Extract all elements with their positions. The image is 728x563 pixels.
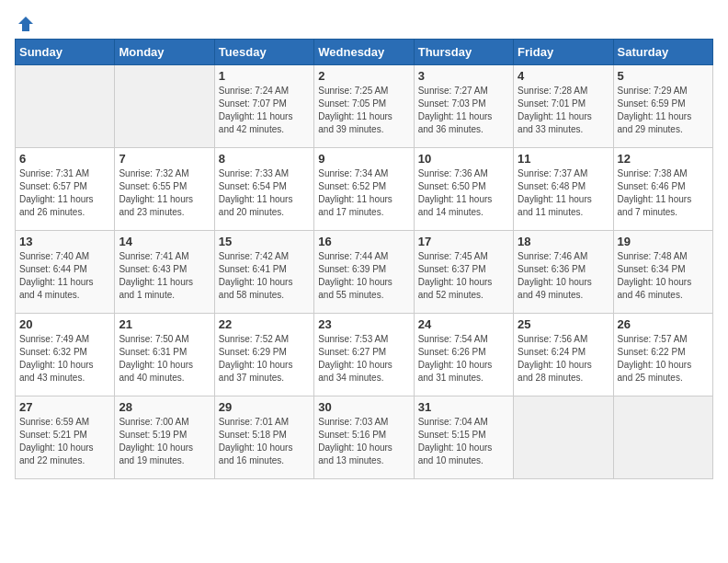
sunset-text: Sunset: 6:31 PM [119, 347, 187, 357]
day-number: 8 [219, 152, 310, 166]
calendar-day-cell: 18 Sunrise: 7:46 AM Sunset: 6:36 PM Dayl… [514, 231, 613, 314]
calendar-day-cell: 25 Sunrise: 7:56 AM Sunset: 6:24 PM Dayl… [514, 314, 613, 396]
day-of-week-header: Thursday [414, 40, 513, 65]
daylight-text: Daylight: 10 hours and 46 minutes. [618, 277, 692, 300]
daylight-text: Daylight: 11 hours and 36 minutes. [418, 111, 493, 134]
daylight-text: Daylight: 10 hours and 37 minutes. [219, 360, 293, 383]
day-info: Sunrise: 7:34 AM Sunset: 6:52 PM Dayligh… [318, 167, 409, 219]
sunset-text: Sunset: 6:24 PM [518, 347, 586, 357]
calendar-day-cell [16, 65, 115, 148]
day-number: 12 [618, 152, 709, 166]
day-number: 19 [618, 235, 709, 248]
calendar-day-cell: 12 Sunrise: 7:38 AM Sunset: 6:46 PM Dayl… [613, 148, 712, 231]
calendar-day-cell: 15 Sunrise: 7:42 AM Sunset: 6:41 PM Dayl… [214, 231, 313, 314]
sunrise-text: Sunrise: 7:04 AM [418, 417, 488, 427]
calendar-day-cell: 9 Sunrise: 7:34 AM Sunset: 6:52 PM Dayli… [314, 148, 414, 231]
daylight-text: Daylight: 11 hours and 14 minutes. [418, 194, 493, 217]
sunset-text: Sunset: 6:52 PM [318, 181, 386, 191]
day-info: Sunrise: 7:37 AM Sunset: 6:48 PM Dayligh… [518, 167, 609, 219]
day-number: 17 [418, 235, 509, 248]
daylight-text: Daylight: 10 hours and 28 minutes. [518, 360, 592, 383]
day-info: Sunrise: 7:38 AM Sunset: 6:46 PM Dayligh… [618, 167, 709, 219]
sunset-text: Sunset: 7:05 PM [318, 98, 386, 109]
sunset-text: Sunset: 6:55 PM [119, 181, 187, 191]
day-of-week-header: Wednesday [314, 40, 414, 65]
daylight-text: Daylight: 10 hours and 19 minutes. [119, 442, 193, 465]
svg-marker-0 [18, 17, 33, 31]
sunset-text: Sunset: 6:48 PM [518, 181, 586, 191]
daylight-text: Daylight: 11 hours and 23 minutes. [119, 194, 193, 217]
day-number: 30 [318, 400, 409, 414]
sunset-text: Sunset: 7:01 PM [518, 98, 586, 109]
day-number: 31 [418, 400, 509, 414]
sunrise-text: Sunrise: 7:46 AM [518, 251, 587, 261]
sunrise-text: Sunrise: 7:40 AM [19, 251, 89, 261]
day-info: Sunrise: 7:41 AM Sunset: 6:43 PM Dayligh… [119, 250, 210, 302]
calendar-day-cell: 8 Sunrise: 7:33 AM Sunset: 6:54 PM Dayli… [214, 148, 313, 231]
calendar-day-cell [613, 396, 712, 479]
day-info: Sunrise: 7:29 AM Sunset: 6:59 PM Dayligh… [618, 85, 709, 136]
calendar-day-cell: 5 Sunrise: 7:29 AM Sunset: 6:59 PM Dayli… [613, 65, 712, 148]
calendar-day-cell: 23 Sunrise: 7:53 AM Sunset: 6:27 PM Dayl… [314, 314, 414, 396]
sunrise-text: Sunrise: 7:54 AM [418, 334, 488, 344]
sunrise-text: Sunrise: 7:48 AM [618, 251, 688, 261]
sunrise-text: Sunrise: 7:56 AM [518, 334, 587, 344]
daylight-text: Daylight: 10 hours and 52 minutes. [418, 277, 493, 300]
calendar-table: SundayMondayTuesdayWednesdayThursdayFrid… [15, 39, 713, 479]
sunset-text: Sunset: 6:43 PM [119, 264, 187, 274]
calendar-day-cell: 6 Sunrise: 7:31 AM Sunset: 6:57 PM Dayli… [16, 148, 115, 231]
sunrise-text: Sunrise: 7:44 AM [318, 251, 388, 261]
sunrise-text: Sunrise: 7:52 AM [219, 334, 289, 344]
day-info: Sunrise: 6:59 AM Sunset: 5:21 PM Dayligh… [19, 416, 110, 467]
sunrise-text: Sunrise: 7:28 AM [518, 86, 587, 96]
calendar-day-cell: 4 Sunrise: 7:28 AM Sunset: 7:01 PM Dayli… [514, 65, 613, 148]
day-info: Sunrise: 7:44 AM Sunset: 6:39 PM Dayligh… [318, 250, 409, 302]
day-number: 10 [418, 152, 509, 166]
daylight-text: Daylight: 10 hours and 25 minutes. [618, 360, 692, 383]
sunset-text: Sunset: 6:36 PM [518, 264, 586, 274]
daylight-text: Daylight: 11 hours and 20 minutes. [219, 194, 293, 217]
calendar-day-cell: 24 Sunrise: 7:54 AM Sunset: 6:26 PM Dayl… [414, 314, 513, 396]
sunset-text: Sunset: 6:34 PM [618, 264, 686, 274]
sunrise-text: Sunrise: 6:59 AM [19, 417, 89, 427]
calendar-week-row: 13 Sunrise: 7:40 AM Sunset: 6:44 PM Dayl… [16, 231, 713, 314]
sunrise-text: Sunrise: 7:45 AM [418, 251, 488, 261]
calendar-day-cell: 10 Sunrise: 7:36 AM Sunset: 6:50 PM Dayl… [414, 148, 513, 231]
sunrise-text: Sunrise: 7:41 AM [119, 251, 188, 261]
sunrise-text: Sunrise: 7:33 AM [219, 168, 289, 178]
day-number: 14 [119, 235, 210, 248]
calendar-day-cell: 17 Sunrise: 7:45 AM Sunset: 6:37 PM Dayl… [414, 231, 513, 314]
sunset-text: Sunset: 6:54 PM [219, 181, 287, 191]
sunset-text: Sunset: 5:15 PM [418, 430, 486, 440]
day-info: Sunrise: 7:24 AM Sunset: 7:07 PM Dayligh… [219, 85, 310, 136]
day-number: 28 [119, 400, 210, 414]
day-info: Sunrise: 7:45 AM Sunset: 6:37 PM Dayligh… [418, 250, 509, 302]
daylight-text: Daylight: 10 hours and 13 minutes. [318, 442, 392, 465]
day-of-week-header: Monday [115, 40, 214, 65]
sunrise-text: Sunrise: 7:34 AM [318, 168, 388, 178]
calendar-day-cell: 29 Sunrise: 7:01 AM Sunset: 5:18 PM Dayl… [214, 396, 313, 479]
daylight-text: Daylight: 10 hours and 43 minutes. [19, 360, 94, 383]
sunrise-text: Sunrise: 7:49 AM [19, 334, 89, 344]
day-info: Sunrise: 7:40 AM Sunset: 6:44 PM Dayligh… [19, 250, 110, 302]
daylight-text: Daylight: 10 hours and 34 minutes. [318, 360, 392, 383]
sunrise-text: Sunrise: 7:03 AM [318, 417, 388, 427]
day-info: Sunrise: 7:46 AM Sunset: 6:36 PM Dayligh… [518, 250, 609, 302]
calendar-day-cell: 20 Sunrise: 7:49 AM Sunset: 6:32 PM Dayl… [16, 314, 115, 396]
sunrise-text: Sunrise: 7:24 AM [219, 86, 289, 96]
calendar-week-row: 27 Sunrise: 6:59 AM Sunset: 5:21 PM Dayl… [16, 396, 713, 479]
day-of-week-header: Sunday [16, 40, 115, 65]
day-number: 6 [19, 152, 110, 166]
calendar-day-cell [115, 65, 214, 148]
sunset-text: Sunset: 5:21 PM [19, 430, 87, 440]
sunset-text: Sunset: 6:41 PM [219, 264, 287, 274]
calendar-day-cell: 11 Sunrise: 7:37 AM Sunset: 6:48 PM Dayl… [514, 148, 613, 231]
calendar-day-cell: 26 Sunrise: 7:57 AM Sunset: 6:22 PM Dayl… [613, 314, 712, 396]
daylight-text: Daylight: 10 hours and 22 minutes. [19, 442, 94, 465]
sunset-text: Sunset: 6:37 PM [418, 264, 486, 274]
daylight-text: Daylight: 10 hours and 55 minutes. [318, 277, 392, 300]
calendar-day-cell: 30 Sunrise: 7:03 AM Sunset: 5:16 PM Dayl… [314, 396, 414, 479]
sunrise-text: Sunrise: 7:50 AM [119, 334, 188, 344]
day-number: 21 [119, 317, 210, 331]
calendar-day-cell: 3 Sunrise: 7:27 AM Sunset: 7:03 PM Dayli… [414, 65, 513, 148]
